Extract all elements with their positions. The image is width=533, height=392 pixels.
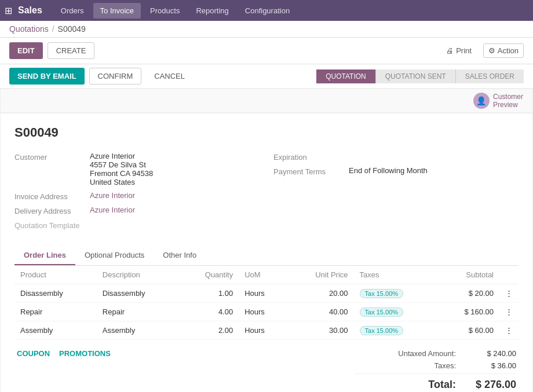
expiration-row: Expiration — [273, 152, 519, 162]
table-row: Assembly Assembly 2.00 Hours 30.00 Tax 1… — [14, 321, 519, 340]
coupon-promo: COUPON PROMOTIONS — [17, 349, 111, 358]
col-subtotal: Subtotal — [437, 266, 499, 284]
row-more[interactable]: ⋮ — [499, 303, 519, 321]
address-line2: Fremont CA 94538 — [90, 169, 153, 178]
tax-badge: Tax 15.00% — [360, 326, 403, 335]
taxes-label: Taxes: — [434, 361, 456, 370]
payment-terms-value: End of Following Month — [349, 166, 428, 175]
table-body: Disassembly Disassembly 1.00 Hours 20.00… — [14, 284, 519, 340]
nav-orders[interactable]: Orders — [54, 3, 91, 19]
taxes-row: Taxes: $ 36.00 — [354, 361, 516, 370]
main-content: S00049 Customer Azure Interior 4557 De S… — [0, 113, 533, 392]
print-icon: 🖨 — [446, 46, 454, 55]
cancel-button[interactable]: CANCEL — [146, 68, 193, 85]
unit-price[interactable]: 20.00 — [287, 284, 354, 303]
nav-configuration[interactable]: Configuration — [238, 3, 297, 19]
total-label: Total: — [428, 379, 456, 391]
tab-other-info[interactable]: Other Info — [154, 246, 206, 265]
app-name: Sales — [18, 5, 42, 16]
pipeline-step-quotation[interactable]: QUOTATION — [316, 69, 376, 83]
tab-optional-products[interactable]: Optional Products — [75, 246, 154, 265]
product-description: Assembly — [97, 321, 179, 340]
customer-preview-button[interactable]: 👤 Customer Preview — [473, 93, 523, 109]
subtotal: $ 20.00 — [437, 284, 499, 303]
table-row: Repair Repair 4.00 Hours 40.00 Tax 15.00… — [14, 303, 519, 321]
row-more[interactable]: ⋮ — [499, 321, 519, 340]
totals-table: Untaxed Amount: $ 240.00 Taxes: $ 36.00 … — [354, 349, 516, 392]
preview-label: Preview — [493, 101, 523, 109]
quotation-template-row: Quotation Template — [14, 220, 260, 230]
col-description: Description — [97, 266, 179, 284]
customer-row: Customer Azure Interior 4557 De Silva St… — [14, 152, 260, 186]
col-taxes: Taxes — [354, 266, 438, 284]
app-grid-icon[interactable]: ⊞ — [5, 5, 12, 16]
top-nav: ⊞ Sales Orders To Invoice Products Repor… — [0, 0, 533, 21]
form-right: Expiration Payment Terms End of Followin… — [273, 152, 519, 235]
customer-preview-text: Customer Preview — [493, 93, 523, 109]
unit-price[interactable]: 30.00 — [287, 321, 354, 340]
expiration-label: Expiration — [273, 152, 349, 162]
customer-label: Customer — [493, 93, 523, 101]
quantity[interactable]: 1.00 — [179, 284, 239, 303]
nav-products[interactable]: Products — [143, 3, 187, 19]
pipeline-step-sales-order[interactable]: SALES ORDER — [456, 69, 524, 83]
address-line3: United States — [90, 178, 153, 186]
untaxed-label: Untaxed Amount: — [398, 349, 456, 358]
col-quantity: Quantity — [179, 266, 239, 284]
customer-name[interactable]: Azure Interior — [90, 152, 153, 160]
action-bar-left: EDIT CREATE — [9, 42, 94, 59]
edit-button[interactable]: EDIT — [9, 42, 43, 59]
product-description: Disassembly — [97, 284, 179, 303]
form-grid: Customer Azure Interior 4557 De Silva St… — [14, 152, 519, 235]
breadcrumb: Quotations / S00049 — [9, 24, 86, 34]
invoice-address-value[interactable]: Azure Interior — [90, 191, 135, 200]
breadcrumb-current: S00049 — [58, 24, 86, 34]
total-value: $ 276.00 — [470, 379, 516, 391]
tabs: Order Lines Optional Products Other Info — [14, 246, 519, 266]
nav-items: Orders To Invoice Products Reporting Con… — [54, 3, 297, 19]
delivery-address-label: Delivery Address — [14, 206, 90, 215]
untaxed-row: Untaxed Amount: $ 240.00 — [354, 349, 516, 358]
col-uom: UoM — [239, 266, 287, 284]
product-name[interactable]: Assembly — [14, 321, 97, 340]
customer-value: Azure Interior 4557 De Silva St Fremont … — [90, 152, 153, 186]
breadcrumb-parent[interactable]: Quotations — [9, 24, 49, 34]
tax: Tax 15.00% — [354, 303, 438, 321]
totals-area: COUPON PROMOTIONS Untaxed Amount: $ 240.… — [14, 349, 519, 392]
create-button[interactable]: CREATE — [48, 42, 95, 59]
nav-reporting[interactable]: Reporting — [189, 3, 235, 19]
uom: Hours — [239, 303, 287, 321]
coupon-button[interactable]: COUPON — [17, 349, 50, 358]
col-unit-price: Unit Price — [287, 266, 354, 284]
order-table: Product Description Quantity UoM Unit Pr… — [14, 266, 519, 340]
product-name[interactable]: Disassembly — [14, 284, 97, 303]
action-button[interactable]: ⚙ Action — [483, 43, 524, 58]
invoice-address-row: Invoice Address Azure Interior — [14, 191, 260, 201]
subtotal: $ 160.00 — [437, 303, 499, 321]
form-left: Customer Azure Interior 4557 De Silva St… — [14, 152, 260, 235]
send-by-email-button[interactable]: SEND BY EMAIL — [9, 68, 85, 85]
pipeline-step-quotation-sent[interactable]: QUOTATION SENT — [376, 69, 456, 83]
customer-address: 4557 De Silva St Fremont CA 94538 United… — [90, 160, 153, 186]
quantity[interactable]: 4.00 — [179, 303, 239, 321]
nav-to-invoice[interactable]: To Invoice — [93, 3, 141, 19]
customer-label: Customer — [14, 152, 90, 162]
secondary-bar: Quotations / S00049 — [0, 21, 533, 38]
status-bar-left: SEND BY EMAIL CONFIRM CANCEL — [9, 68, 193, 85]
delivery-address-value[interactable]: Azure Interior — [90, 206, 135, 214]
print-label: Print — [456, 46, 472, 55]
delivery-address-row: Delivery Address Azure Interior — [14, 206, 260, 215]
row-more[interactable]: ⋮ — [499, 284, 519, 303]
print-button[interactable]: 🖨 Print — [441, 44, 476, 57]
unit-price[interactable]: 40.00 — [287, 303, 354, 321]
confirm-button[interactable]: CONFIRM — [89, 68, 142, 85]
table-row: Disassembly Disassembly 1.00 Hours 20.00… — [14, 284, 519, 303]
order-number: S00049 — [14, 125, 519, 140]
tab-order-lines[interactable]: Order Lines — [14, 246, 75, 265]
quantity[interactable]: 2.00 — [179, 321, 239, 340]
product-name[interactable]: Repair — [14, 303, 97, 321]
address-line1: 4557 De Silva St — [90, 160, 153, 169]
gear-icon: ⚙ — [488, 46, 495, 55]
promotions-button[interactable]: PROMOTIONS — [59, 349, 111, 358]
action-label: Action — [498, 46, 519, 55]
